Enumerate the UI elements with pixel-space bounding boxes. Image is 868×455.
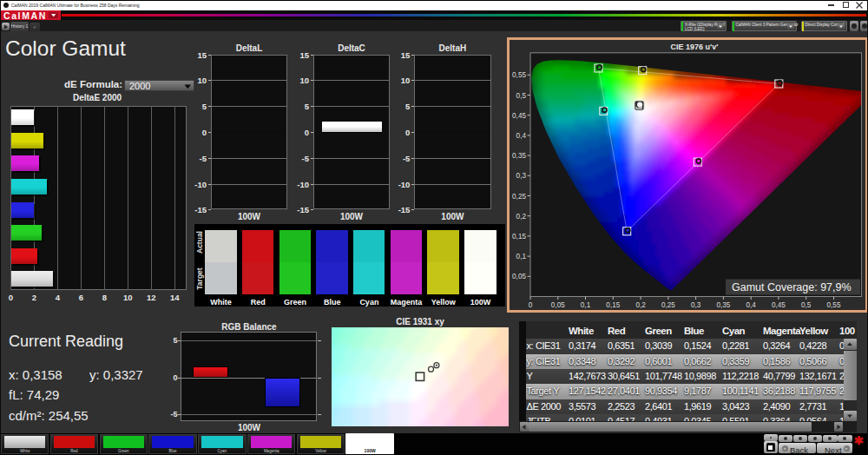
svg-text:0,3: 0,3 bbox=[691, 301, 701, 309]
svg-text:0: 0 bbox=[529, 301, 533, 309]
svg-text:0,3: 0,3 bbox=[516, 172, 527, 180]
svg-text:0,35: 0,35 bbox=[512, 152, 526, 160]
svg-text:0,55: 0,55 bbox=[827, 301, 841, 309]
svg-text:0,25: 0,25 bbox=[512, 193, 526, 201]
svg-text:0,1: 0,1 bbox=[516, 253, 527, 260]
svg-text:0,15: 0,15 bbox=[512, 233, 526, 241]
svg-text:0,05: 0,05 bbox=[512, 273, 526, 280]
svg-text:0,2: 0,2 bbox=[635, 301, 646, 309]
svg-text:0,5: 0,5 bbox=[801, 301, 812, 309]
svg-text:0,2: 0,2 bbox=[516, 213, 527, 221]
svg-text:0,4: 0,4 bbox=[516, 132, 527, 140]
svg-text:0,45: 0,45 bbox=[772, 301, 786, 309]
svg-text:0,25: 0,25 bbox=[661, 301, 675, 309]
svg-text:0,15: 0,15 bbox=[606, 301, 620, 309]
svg-text:0,35: 0,35 bbox=[716, 301, 730, 309]
svg-text:0,55: 0,55 bbox=[512, 71, 526, 79]
svg-text:0,45: 0,45 bbox=[512, 112, 526, 120]
svg-text:Gamut Coverage: 97,9%: Gamut Coverage: 97,9% bbox=[732, 281, 852, 293]
svg-text:0,05: 0,05 bbox=[551, 301, 565, 309]
svg-text:0,1: 0,1 bbox=[581, 301, 591, 309]
svg-text:0,5: 0,5 bbox=[516, 92, 527, 100]
svg-text:0,4: 0,4 bbox=[746, 301, 757, 309]
